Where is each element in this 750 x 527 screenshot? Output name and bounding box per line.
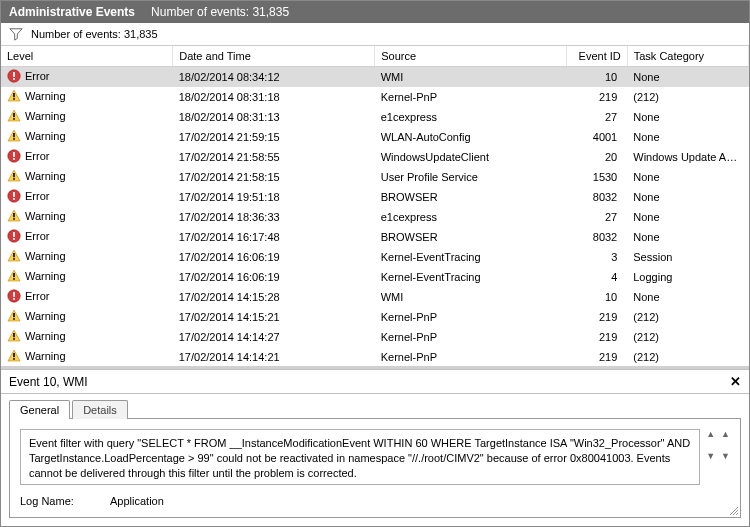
table-row[interactable]: Warning17/02/2014 16:06:19Kernel-EventTr… bbox=[1, 267, 749, 287]
detail-scrollbar[interactable]: ▲ ▼ bbox=[706, 429, 715, 461]
table-row[interactable]: Warning17/02/2014 14:14:27Kernel-PnP219(… bbox=[1, 327, 749, 347]
cell-eventid: 3 bbox=[567, 247, 628, 267]
warning-icon bbox=[7, 169, 21, 183]
level-text: Error bbox=[25, 70, 49, 82]
cell-source: User Profile Service bbox=[375, 167, 567, 187]
cell-eventid: 219 bbox=[567, 347, 628, 366]
scroll-up-icon[interactable]: ▲ bbox=[721, 429, 730, 439]
cell-source: e1cexpress bbox=[375, 207, 567, 227]
cell-task: (212) bbox=[627, 307, 748, 327]
cell-eventid: 8032 bbox=[567, 227, 628, 247]
table-row[interactable]: Warning18/02/2014 08:31:13e1cexpress27No… bbox=[1, 107, 749, 127]
table-row[interactable]: Error17/02/2014 16:17:48BROWSER8032None bbox=[1, 227, 749, 247]
cell-source: WLAN-AutoConfig bbox=[375, 127, 567, 147]
cell-date: 17/02/2014 14:15:21 bbox=[173, 307, 375, 327]
logname-row: Log Name: Application bbox=[20, 495, 730, 507]
scroll-down-icon[interactable]: ▼ bbox=[721, 451, 730, 461]
detail-scrollbar-outer[interactable]: ▲ ▼ bbox=[721, 429, 730, 461]
cell-date: 17/02/2014 16:06:19 bbox=[173, 267, 375, 287]
cell-eventid: 10 bbox=[567, 287, 628, 307]
level-text: Warning bbox=[25, 170, 66, 182]
warning-icon bbox=[7, 269, 21, 283]
table-row[interactable]: Warning17/02/2014 14:15:21Kernel-PnP219(… bbox=[1, 307, 749, 327]
cell-date: 18/02/2014 08:31:18 bbox=[173, 87, 375, 107]
warning-icon bbox=[7, 309, 21, 323]
cell-date: 17/02/2014 21:59:15 bbox=[173, 127, 375, 147]
detail-body: Event filter with query "SELECT * FROM _… bbox=[9, 419, 741, 518]
cell-source: Kernel-PnP bbox=[375, 87, 567, 107]
scroll-up-icon[interactable]: ▲ bbox=[706, 429, 715, 439]
scroll-down-icon[interactable]: ▼ bbox=[706, 451, 715, 461]
logname-label: Log Name: bbox=[20, 495, 90, 507]
cell-date: 17/02/2014 18:36:33 bbox=[173, 207, 375, 227]
cell-source: WindowsUpdateClient bbox=[375, 147, 567, 167]
cell-task: Session bbox=[627, 247, 748, 267]
cell-date: 17/02/2014 21:58:55 bbox=[173, 147, 375, 167]
filter-bar: Number of events: 31,835 bbox=[1, 23, 749, 46]
cell-source: Kernel-PnP bbox=[375, 307, 567, 327]
table-row[interactable]: Warning17/02/2014 21:59:15WLAN-AutoConfi… bbox=[1, 127, 749, 147]
level-text: Error bbox=[25, 190, 49, 202]
event-viewer-window: Administrative Events Number of events: … bbox=[0, 0, 750, 527]
table-row[interactable]: Error17/02/2014 14:15:28WMI10None bbox=[1, 287, 749, 307]
cell-task: None bbox=[627, 207, 748, 227]
table-row[interactable]: Error17/02/2014 19:51:18BROWSER8032None bbox=[1, 187, 749, 207]
error-icon bbox=[7, 189, 21, 203]
level-text: Error bbox=[25, 230, 49, 242]
table-row[interactable]: Error18/02/2014 08:34:12WMI10None bbox=[1, 67, 749, 88]
cell-date: 17/02/2014 14:14:21 bbox=[173, 347, 375, 366]
cell-eventid: 219 bbox=[567, 327, 628, 347]
cell-eventid: 219 bbox=[567, 87, 628, 107]
cell-source: Kernel-PnP bbox=[375, 327, 567, 347]
cell-task: None bbox=[627, 227, 748, 247]
filter-icon[interactable] bbox=[9, 27, 23, 41]
cell-date: 17/02/2014 19:51:18 bbox=[173, 187, 375, 207]
cell-source: Kernel-EventTracing bbox=[375, 247, 567, 267]
warning-icon bbox=[7, 349, 21, 363]
detail-message[interactable]: Event filter with query "SELECT * FROM _… bbox=[20, 429, 700, 485]
warning-icon bbox=[7, 249, 21, 263]
level-text: Error bbox=[25, 150, 49, 162]
table-row[interactable]: Warning17/02/2014 14:14:21Kernel-PnP219(… bbox=[1, 347, 749, 366]
close-icon[interactable]: ✕ bbox=[730, 374, 741, 389]
col-date[interactable]: Date and Time bbox=[173, 46, 375, 67]
column-header-row: Level Date and Time Source Event ID Task… bbox=[1, 46, 749, 67]
cell-task: (212) bbox=[627, 347, 748, 366]
table-row[interactable]: Warning17/02/2014 16:06:19Kernel-EventTr… bbox=[1, 247, 749, 267]
table-row[interactable]: Warning18/02/2014 08:31:18Kernel-PnP219(… bbox=[1, 87, 749, 107]
table-row[interactable]: Error17/02/2014 21:58:55WindowsUpdateCli… bbox=[1, 147, 749, 167]
tab-general[interactable]: General bbox=[9, 400, 70, 419]
titlebar: Administrative Events Number of events: … bbox=[1, 1, 749, 23]
resize-handle-icon[interactable] bbox=[728, 505, 738, 515]
level-text: Warning bbox=[25, 110, 66, 122]
col-source[interactable]: Source bbox=[375, 46, 567, 67]
event-grid[interactable]: Level Date and Time Source Event ID Task… bbox=[1, 46, 749, 366]
cell-date: 18/02/2014 08:34:12 bbox=[173, 67, 375, 88]
detail-tabs: General Details bbox=[9, 400, 741, 419]
table-row[interactable]: Warning17/02/2014 21:58:15User Profile S… bbox=[1, 167, 749, 187]
cell-source: WMI bbox=[375, 67, 567, 88]
cell-task: None bbox=[627, 107, 748, 127]
cell-date: 17/02/2014 16:06:19 bbox=[173, 247, 375, 267]
table-row[interactable]: Warning17/02/2014 18:36:33e1cexpress27No… bbox=[1, 207, 749, 227]
col-level[interactable]: Level bbox=[1, 46, 173, 67]
cell-eventid: 27 bbox=[567, 207, 628, 227]
cell-date: 18/02/2014 08:31:13 bbox=[173, 107, 375, 127]
cell-eventid: 219 bbox=[567, 307, 628, 327]
svg-line-2 bbox=[736, 513, 738, 515]
level-text: Warning bbox=[25, 330, 66, 342]
cell-date: 17/02/2014 21:58:15 bbox=[173, 167, 375, 187]
cell-eventid: 27 bbox=[567, 107, 628, 127]
level-text: Error bbox=[25, 290, 49, 302]
cell-eventid: 4 bbox=[567, 267, 628, 287]
tab-details[interactable]: Details bbox=[72, 400, 128, 419]
filter-count: Number of events: 31,835 bbox=[31, 28, 158, 40]
cell-date: 17/02/2014 16:17:48 bbox=[173, 227, 375, 247]
cell-source: Kernel-EventTracing bbox=[375, 267, 567, 287]
level-text: Warning bbox=[25, 350, 66, 362]
cell-task: None bbox=[627, 127, 748, 147]
col-task[interactable]: Task Category bbox=[627, 46, 748, 67]
detail-title: Event 10, WMI bbox=[9, 375, 88, 389]
col-eventid[interactable]: Event ID bbox=[567, 46, 628, 67]
cell-task: None bbox=[627, 167, 748, 187]
